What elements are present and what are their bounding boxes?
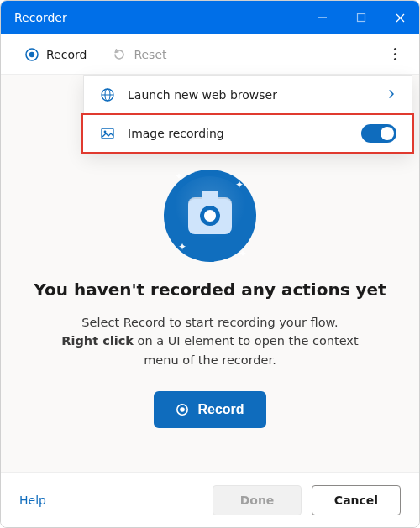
menu-item-label: Launch new web browser (128, 88, 375, 102)
menu-item-image-recording[interactable]: Image recording (82, 114, 413, 153)
svg-rect-1 (358, 14, 365, 22)
record-icon (176, 403, 189, 416)
close-button[interactable] (381, 1, 419, 34)
content-area: Launch new web browser Image recording ✦… (1, 75, 419, 472)
svg-point-12 (181, 408, 186, 413)
svg-point-10 (104, 131, 107, 133)
chevron-right-icon (386, 88, 396, 102)
recorder-window: Recorder Record Reset (0, 0, 420, 528)
record-toolbar-label: Record (46, 48, 87, 61)
more-options-button[interactable] (382, 42, 407, 67)
empty-state-title: You haven't recorded any actions yet (34, 280, 386, 300)
menu-item-label: Image recording (128, 127, 349, 140)
maximize-button[interactable] (342, 1, 381, 34)
titlebar: Recorder (1, 1, 419, 34)
reset-icon (112, 47, 127, 62)
footer: Help Done Cancel (1, 472, 419, 527)
record-toolbar-button[interactable]: Record (16, 40, 95, 69)
reset-toolbar-label: Reset (134, 48, 166, 61)
menu-item-launch-browser[interactable]: Launch new web browser (84, 76, 412, 114)
window-title: Recorder (14, 11, 303, 24)
record-icon (24, 47, 39, 62)
cancel-button[interactable]: Cancel (312, 485, 401, 515)
camera-icon (188, 197, 232, 234)
done-button[interactable]: Done (213, 485, 302, 515)
empty-state-description: Select Record to start recording your fl… (50, 313, 370, 369)
reset-toolbar-button[interactable]: Reset (103, 40, 175, 69)
record-button[interactable]: Record (154, 391, 265, 428)
svg-point-5 (29, 51, 34, 56)
minimize-button[interactable] (303, 1, 342, 34)
hero-illustration: ✦✦✦✦ (160, 165, 260, 266)
more-options-menu: Launch new web browser Image recording (83, 75, 412, 152)
image-icon (99, 125, 116, 142)
empty-state: ✦✦✦✦ You haven't recorded any actions ye… (34, 165, 386, 428)
image-recording-toggle[interactable] (361, 124, 396, 143)
help-link[interactable]: Help (19, 494, 46, 507)
globe-icon (99, 86, 116, 103)
record-button-label: Record (197, 402, 244, 417)
toolbar: Record Reset (1, 34, 419, 75)
